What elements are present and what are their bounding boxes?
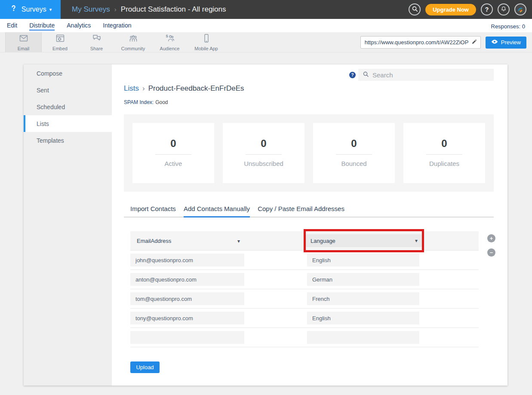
stat-label: Unsubscribed [244,160,283,167]
questionpro-logo-icon [9,3,18,15]
contact-stats-panel: 0Active0Unsubscribed0Bounced0Duplicates [124,114,494,192]
channel-audience[interactable]: $Audience [151,32,188,52]
tab-integration[interactable]: Integration [103,22,131,31]
upgrade-now-button[interactable]: Upgrade Now [425,4,476,15]
stat-card-unsubscribed: 0Unsubscribed [223,123,304,183]
sidebar-item-lists[interactable]: Lists [24,115,112,132]
contact-search-box [358,69,494,81]
channel-label: Share [90,46,103,51]
annotation-highlight-box: Language [304,229,424,252]
email-field[interactable] [130,331,244,344]
table-row [130,270,479,289]
table-row [130,309,479,328]
survey-url-input[interactable] [365,39,471,46]
toolbar-right: Preview [360,36,526,49]
table-row [130,328,479,347]
channel-mobile-app[interactable]: Mobile App [188,32,224,52]
tab-copy-paste-email-addresses[interactable]: Copy / Paste Email Addresses [258,205,344,217]
channel-community[interactable]: Community [115,32,151,52]
channel-email[interactable]: Email [5,32,42,52]
channel-share[interactable]: Share [78,32,115,52]
language-field[interactable] [307,292,419,305]
language-field[interactable] [307,254,419,266]
distribute-toolbar: EmailEmbedShareCommunity$AudienceMobile … [0,32,532,52]
language-field[interactable] [307,312,419,325]
contact-rows [130,251,479,347]
tab-distribute[interactable]: Distribute [29,22,55,31]
language-field[interactable] [307,331,419,344]
stat-divider [426,154,462,155]
stat-card-active: 0Active [132,123,214,183]
share-icon [92,33,102,45]
survey-url-box [360,36,481,49]
top-bar: Surveys My Surveys Product Satisfaction … [0,0,532,19]
tab-analytics[interactable]: Analytics [67,22,91,31]
stat-value: 0 [170,138,176,150]
sidebar-item-templates[interactable]: Templates [24,132,112,149]
list-name: Product-Feedback-EnFrDeEs [148,84,244,93]
topbar-actions: Upgrade Now ? [409,3,532,15]
lists-link[interactable]: Lists [124,84,139,93]
add-row-button[interactable]: + [487,234,495,242]
breadcrumb-separator-icon [142,84,145,93]
channel-embed[interactable]: Embed [42,32,78,52]
help-circle-icon[interactable]: ? [349,72,356,78]
survey-title: Product Satisfaction - All regions [121,5,226,14]
preview-button[interactable]: Preview [486,37,526,49]
stat-card-duplicates: 0Duplicates [403,123,485,183]
distribute-channels: EmailEmbedShareCommunity$AudienceMobile … [5,32,224,52]
breadcrumb-my-surveys[interactable]: My Surveys [72,5,110,14]
tab-import-contacts[interactable]: Import Contacts [130,205,176,217]
tab-edit[interactable]: Edit [7,22,17,31]
responses-count[interactable]: Responses: 0 [491,23,526,31]
remove-row-button[interactable]: − [487,248,495,257]
surveys-product-switcher[interactable]: Surveys [0,0,61,19]
account-avatar[interactable] [514,3,526,15]
sidebar-item-sent[interactable]: Sent [24,82,112,98]
tab-add-contacts-manually[interactable]: Add Contacts Manually [184,205,250,217]
upload-button[interactable]: Upload [130,361,160,373]
email-field[interactable] [130,312,244,325]
embed-icon [55,33,65,45]
search-icon [363,71,369,79]
rainbow-logo-icon [516,5,525,15]
audience-icon: $ [165,33,175,45]
search-icon [412,6,418,13]
chevron-down-icon [49,7,52,12]
edit-url-pencil-icon[interactable] [471,39,477,46]
mobile-app-icon [201,33,212,45]
email-sidebar: ComposeSentScheduledListsTemplates [24,64,112,386]
email-icon [18,33,29,45]
page-background: ComposeSentScheduledListsTemplates ? Lis… [0,52,532,395]
product-label: Surveys [22,6,46,13]
content-top-bar: ? [124,69,507,81]
stat-divider [336,154,372,155]
survey-nav: EditDistributeAnalyticsIntegration Respo… [0,19,532,32]
contacts-form: EmailAddress Language + − Upload [130,231,479,373]
email-field[interactable] [130,273,244,286]
search-input[interactable] [372,71,489,79]
sidebar-item-scheduled[interactable]: Scheduled [24,98,112,115]
language-column-select[interactable]: Language [306,234,422,247]
search-button[interactable] [409,3,421,15]
bell-icon [500,6,507,14]
help-button[interactable]: ? [481,3,493,15]
language-field[interactable] [307,273,419,286]
stat-value: 0 [441,138,447,150]
question-mark-icon: ? [485,6,489,13]
email-field[interactable] [130,292,244,305]
community-icon [128,33,138,45]
email-field[interactable] [130,254,244,266]
preview-label: Preview [501,39,521,46]
channel-label: Embed [52,46,68,51]
stat-divider [246,154,282,155]
sidebar-item-compose[interactable]: Compose [24,65,112,82]
stat-divider [155,154,191,155]
stat-label: Active [165,160,182,167]
email-column-select[interactable]: EmailAddress [137,231,240,251]
spam-index-value: Good [155,99,168,105]
notifications-button[interactable] [498,3,510,15]
channel-label: Audience [160,46,180,51]
channel-label: Community [121,46,145,51]
breadcrumb: My Surveys Product Satisfaction - All re… [72,5,226,14]
